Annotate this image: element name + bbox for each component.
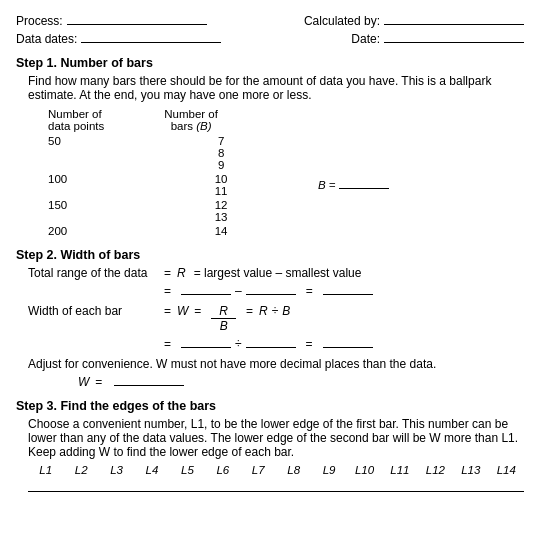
eq7: = xyxy=(164,337,171,351)
edge-val-8 xyxy=(276,477,311,491)
edge-val-10 xyxy=(347,477,382,491)
edge-label-L14: L14 xyxy=(488,463,524,477)
r-var: R xyxy=(177,266,186,280)
total-range-label: Total range of the data xyxy=(28,266,158,280)
data-dates-label: Data dates: xyxy=(16,32,77,46)
edge-label-row: L1 L2 L3 L4 L5 L6 L7 L8 L9 L10 L11 L12 L… xyxy=(28,463,524,477)
r-var2: R xyxy=(259,304,268,318)
edge-val-13 xyxy=(453,477,488,491)
step1-description: Find how many bars there should be for t… xyxy=(28,74,524,102)
eq1: = xyxy=(164,266,171,280)
edge-label-L10: L10 xyxy=(347,463,382,477)
table-row: 200 14 xyxy=(48,224,409,238)
edge-val-14 xyxy=(488,477,524,491)
bars-50: 789 xyxy=(164,134,298,172)
b-blank xyxy=(246,347,296,348)
eq5: = xyxy=(194,304,201,318)
edge-table-wrap: L1 L2 L3 L4 L5 L6 L7 L8 L9 L10 L11 L12 L… xyxy=(28,463,524,492)
b-var: B xyxy=(282,304,290,318)
edge-value-row xyxy=(28,477,524,491)
step3-title: Step 3. Find the edges of the bars xyxy=(16,399,524,413)
table-row: 100 1011 B = xyxy=(48,172,409,198)
edge-label-L1: L1 xyxy=(28,463,63,477)
eq2: = xyxy=(164,284,171,298)
col2-header: Number ofbars (B) xyxy=(164,108,298,134)
width-each-label: Width of each bar xyxy=(28,304,158,318)
edge-label-L2: L2 xyxy=(63,463,98,477)
date-blank xyxy=(384,42,524,43)
edge-val-12 xyxy=(418,477,453,491)
edge-val-7 xyxy=(241,477,276,491)
formula-desc: = largest value – smallest value xyxy=(194,266,362,280)
points-150: 150 xyxy=(48,198,164,224)
w-var: W xyxy=(177,304,188,318)
eq6: = xyxy=(246,304,253,318)
edge-label-L8: L8 xyxy=(276,463,311,477)
edge-val-3 xyxy=(99,477,134,491)
edge-val-9 xyxy=(311,477,346,491)
b-blank-200 xyxy=(298,224,409,238)
process-label: Process: xyxy=(16,14,63,28)
r-blank xyxy=(181,347,231,348)
edge-label-L13: L13 xyxy=(453,463,488,477)
fraction-num: R xyxy=(211,304,236,319)
header-row: Process: Calculated by: xyxy=(16,14,524,28)
step1-body: Find how many bars there should be for t… xyxy=(28,74,524,238)
minus-sign: – xyxy=(235,284,242,298)
eq3: = xyxy=(306,284,313,298)
points-50: 50 xyxy=(48,134,164,172)
edge-val-11 xyxy=(382,477,417,491)
col1-header: Number ofdata points xyxy=(48,108,164,134)
smallest-blank xyxy=(246,294,296,295)
bars-150: 1213 xyxy=(164,198,298,224)
header-row-2: Data dates: Date: xyxy=(16,32,524,46)
w-final-var: W xyxy=(78,375,89,389)
points-200: 200 xyxy=(48,224,164,238)
points-100: 100 xyxy=(48,172,164,198)
total-range-row: Total range of the data = R = largest va… xyxy=(28,266,524,280)
edge-val-4 xyxy=(134,477,169,491)
edge-label-L5: L5 xyxy=(170,463,205,477)
edge-label-L9: L9 xyxy=(311,463,346,477)
width-calc-row: = ÷ = xyxy=(158,337,524,351)
edge-label-L11: L11 xyxy=(382,463,417,477)
eq8: = xyxy=(306,337,313,351)
total-range-calc-row: = – = xyxy=(158,284,524,298)
width-bar-row: Width of each bar = W = R B = R ÷ B xyxy=(28,304,524,333)
process-blank xyxy=(67,24,207,25)
edge-val-5 xyxy=(170,477,205,491)
data-dates-blank xyxy=(81,42,221,43)
step1-table-container: Number ofdata points Number ofbars (B) 5… xyxy=(48,108,524,238)
edge-val-1 xyxy=(28,477,63,491)
step3-body: Choose a convenient number, L1, to be th… xyxy=(28,417,524,492)
edge-label-L4: L4 xyxy=(134,463,169,477)
edge-table: L1 L2 L3 L4 L5 L6 L7 L8 L9 L10 L11 L12 L… xyxy=(28,463,524,492)
process-field: Process: xyxy=(16,14,207,28)
edge-label-L3: L3 xyxy=(99,463,134,477)
div-sign: ÷ xyxy=(235,337,242,351)
edge-val-6 xyxy=(205,477,240,491)
range-result-blank xyxy=(323,294,373,295)
edge-val-2 xyxy=(63,477,98,491)
w-final-eq: = xyxy=(95,375,102,389)
bars-200: 14 xyxy=(164,224,298,238)
bars-100: 1011 xyxy=(164,172,298,198)
calculated-by-blank xyxy=(384,24,524,25)
date-field: Date: xyxy=(351,32,524,46)
calculated-by-field: Calculated by: xyxy=(304,14,524,28)
w-final-row: W = xyxy=(78,375,524,389)
b-col-header xyxy=(298,108,409,134)
eq4: = xyxy=(164,304,171,318)
date-label: Date: xyxy=(351,32,380,46)
fraction: R B xyxy=(211,304,236,333)
step2-title: Step 2. Width of bars xyxy=(16,248,524,262)
largest-blank xyxy=(181,294,231,295)
table-row: 150 1213 xyxy=(48,198,409,224)
fraction-den: B xyxy=(212,319,236,333)
step2-body: Total range of the data = R = largest va… xyxy=(28,266,524,389)
step1-table: Number ofdata points Number ofbars (B) 5… xyxy=(48,108,409,238)
calculated-by-label: Calculated by: xyxy=(304,14,380,28)
b-blank-150 xyxy=(298,198,409,224)
step1-title: Step 1. Number of bars xyxy=(16,56,524,70)
b-blank-50 xyxy=(298,134,409,172)
